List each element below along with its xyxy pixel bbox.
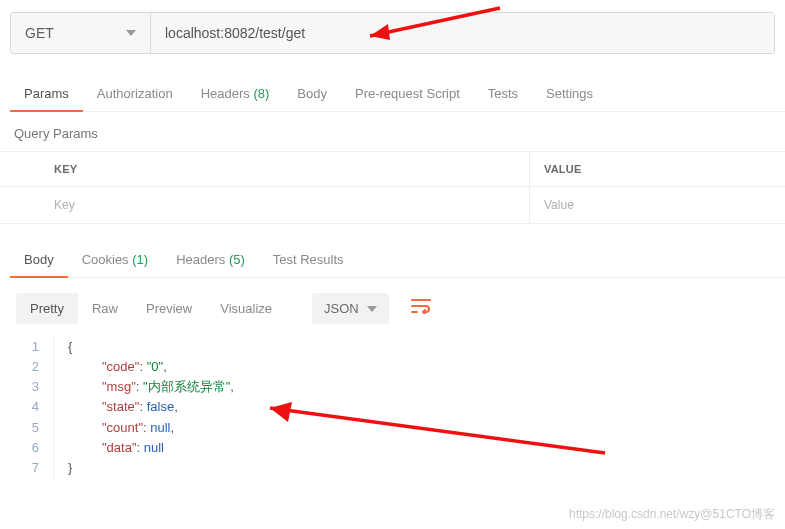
column-key: KEY: [0, 152, 530, 186]
query-table-header: KEY VALUE: [0, 151, 785, 187]
json-key: "code": [102, 359, 139, 374]
tab-pre-request-script[interactable]: Pre-request Script: [341, 80, 474, 111]
json-value: null: [150, 420, 170, 435]
response-tabs: Body Cookies (1) Headers (5) Test Result…: [10, 246, 785, 278]
tab-tests[interactable]: Tests: [474, 80, 532, 111]
request-tabs: Params Authorization Headers (8) Body Pr…: [10, 80, 785, 112]
annotation-arrow-icon: [340, 0, 520, 52]
response-tab-body[interactable]: Body: [10, 246, 68, 277]
response-tab-headers[interactable]: Headers (5): [162, 246, 259, 277]
value-input[interactable]: Value: [530, 187, 785, 223]
chevron-down-icon: [367, 306, 377, 312]
cookies-count: (1): [132, 252, 148, 267]
svg-line-2: [270, 408, 605, 453]
line-number: 3: [16, 377, 43, 397]
tab-body[interactable]: Body: [283, 80, 341, 111]
json-value: "内部系统异常": [143, 379, 230, 394]
http-method-select[interactable]: GET: [11, 13, 151, 53]
svg-marker-3: [270, 402, 292, 422]
tab-headers-label: Headers: [201, 86, 250, 101]
line-number: 4: [16, 397, 43, 417]
tab-authorization[interactable]: Authorization: [83, 80, 187, 111]
view-preview[interactable]: Preview: [132, 293, 206, 324]
line-gutter: 1 2 3 4 5 6 7: [16, 337, 54, 478]
view-visualize[interactable]: Visualize: [206, 293, 286, 324]
svg-marker-1: [370, 24, 390, 40]
http-method-label: GET: [25, 25, 54, 41]
tab-headers[interactable]: Headers (8): [187, 80, 284, 111]
response-tab-cookies[interactable]: Cookies (1): [68, 246, 162, 277]
tab-settings[interactable]: Settings: [532, 80, 607, 111]
annotation-arrow-icon: [250, 398, 620, 468]
svg-line-0: [370, 8, 500, 36]
chevron-down-icon: [126, 30, 136, 36]
json-value: "0": [147, 359, 163, 374]
json-key: "count": [102, 420, 143, 435]
key-input[interactable]: Key: [0, 187, 530, 223]
json-key: "msg": [102, 379, 136, 394]
query-params-title: Query Params: [14, 126, 785, 141]
line-number: 1: [16, 337, 43, 357]
code-content[interactable]: { "code": "0", "msg": "内部系统异常", "state":…: [54, 337, 234, 478]
json-value: null: [144, 440, 164, 455]
url-text: localhost:8082/test/get: [165, 25, 305, 41]
line-number: 5: [16, 418, 43, 438]
json-key: "state": [102, 399, 139, 414]
line-number: 2: [16, 357, 43, 377]
view-pretty[interactable]: Pretty: [16, 293, 78, 324]
format-select[interactable]: JSON: [312, 293, 389, 324]
line-number: 6: [16, 438, 43, 458]
res-headers-label: Headers: [176, 252, 225, 267]
json-key: "data": [102, 440, 137, 455]
response-tab-test-results[interactable]: Test Results: [259, 246, 358, 277]
response-toolbar: Pretty Raw Preview Visualize JSON: [16, 292, 785, 325]
column-value: VALUE: [530, 152, 785, 186]
line-number: 7: [16, 458, 43, 478]
tab-params[interactable]: Params: [10, 80, 83, 111]
wrap-lines-icon[interactable]: [401, 292, 441, 325]
tab-headers-count: (8): [253, 86, 269, 101]
json-value: false: [147, 399, 174, 414]
view-raw[interactable]: Raw: [78, 293, 132, 324]
watermark-text: https://blog.csdn.net/wzy@51CTO博客: [569, 506, 775, 523]
format-label: JSON: [324, 301, 359, 316]
res-headers-count: (5): [229, 252, 245, 267]
query-table-row[interactable]: Key Value: [0, 187, 785, 224]
brace-close: }: [68, 460, 72, 475]
cookies-label: Cookies: [82, 252, 129, 267]
brace-open: {: [68, 339, 72, 354]
